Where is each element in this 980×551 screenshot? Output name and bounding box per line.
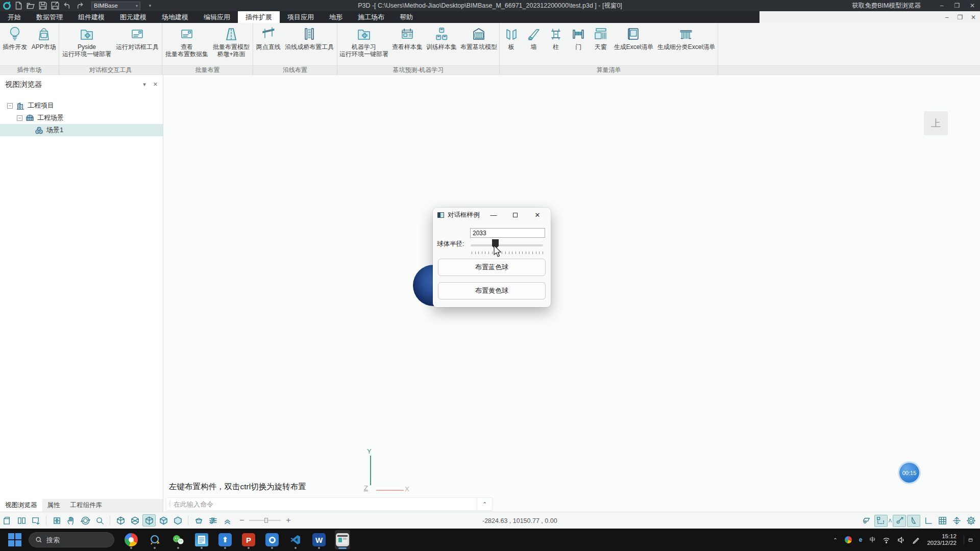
place-yellow-sphere-button[interactable]: 布置黄色球 <box>438 282 546 299</box>
wireframe-display-button[interactable] <box>114 514 127 527</box>
settings-gear-button[interactable] <box>964 515 977 527</box>
wall-button[interactable]: 墙 <box>523 25 545 65</box>
system-clock[interactable]: 15:12 2023/12/22 <box>927 533 957 546</box>
slab-button[interactable]: 板 <box>501 25 522 65</box>
panel-close-icon[interactable]: ✕ <box>153 81 158 88</box>
fit-extents-button[interactable] <box>50 514 63 527</box>
tray-expand-icon[interactable]: ⌃ <box>833 537 837 543</box>
tray-chrome-icon[interactable] <box>845 536 852 543</box>
shaded-edges-display-button[interactable] <box>157 514 170 527</box>
tab-project-apply[interactable]: 项目应用 <box>280 11 322 23</box>
orbit-button[interactable] <box>79 514 92 527</box>
tree-item-project[interactable]: − 工程项目 <box>0 99 163 112</box>
close-button[interactable]: ✕ <box>965 0 980 11</box>
taskbar-search[interactable] <box>29 532 114 547</box>
mdi-restore-button[interactable]: ❐ <box>953 11 967 23</box>
ime-indicator[interactable]: 中 <box>869 536 875 544</box>
tab-view-browser[interactable]: 视图浏览器 <box>0 499 42 512</box>
tab-edit-apply[interactable]: 编辑应用 <box>196 11 238 23</box>
taskbar-app-qq[interactable] <box>147 530 162 549</box>
nearest-snap-button[interactable] <box>907 515 920 527</box>
pen-icon[interactable] <box>912 536 920 544</box>
view-batch-dataset-button[interactable]: 查看 批量布置数据集 <box>164 25 210 65</box>
taskbar-app-p3d-active[interactable] <box>335 530 350 549</box>
shaded-display-button[interactable] <box>142 514 156 527</box>
new-window-button[interactable] <box>29 514 42 527</box>
taskbar-app-word[interactable]: W <box>311 530 327 549</box>
column-button[interactable]: 柱 <box>545 25 567 65</box>
rect-select-button[interactable] <box>874 515 888 527</box>
plugin-dev-button[interactable]: 插件开发 <box>1 25 29 65</box>
batch-model-pier-road-button[interactable]: 批量布置模型 桥墩+路面 <box>211 25 251 65</box>
realistic-display-button[interactable] <box>171 514 184 527</box>
start-button[interactable] <box>8 533 21 546</box>
tab-data-management[interactable]: 数据管理 <box>29 11 70 23</box>
section-display-button[interactable] <box>192 514 205 527</box>
tree-item-scene1[interactable]: 场景1 <box>0 124 163 136</box>
search-input[interactable] <box>46 536 97 544</box>
bridge-along-line-tool-button[interactable]: 沿线成桥布置工具 <box>283 25 335 65</box>
new-file-button[interactable] <box>14 2 23 10</box>
tab-home[interactable]: 开始 <box>0 11 29 23</box>
minimize-button[interactable]: – <box>934 0 949 11</box>
hidden-line-display-button[interactable] <box>128 514 141 527</box>
door-button[interactable]: 门 <box>568 25 589 65</box>
tab-component-modeling[interactable]: 组件建模 <box>70 11 112 23</box>
view-sample-set-button[interactable]: 查看样本集 <box>390 25 424 65</box>
tab-element-modeling[interactable]: 图元建模 <box>112 11 154 23</box>
taskbar-app-vscode[interactable] <box>288 530 303 549</box>
command-input[interactable] <box>174 500 477 508</box>
save-as-button[interactable] <box>51 2 60 10</box>
zoom-slider-thumb[interactable] <box>264 518 268 523</box>
tree-item-scene-group[interactable]: − 工程场景 <box>0 112 163 124</box>
toolbar-options-icon[interactable]: ▾ <box>145 2 155 10</box>
save-button[interactable] <box>38 2 47 10</box>
skylight-button[interactable]: 天窗 <box>590 25 611 65</box>
lasso-select-button[interactable] <box>860 515 873 527</box>
taskbar-app-bimbase[interactable] <box>264 530 280 549</box>
workspace-select[interactable]: BIMBase ▾ <box>91 2 140 10</box>
taskbar-app-chrome[interactable] <box>124 530 139 549</box>
tab-component-library[interactable]: 工程组件库 <box>65 499 108 512</box>
mdi-minimize-button[interactable]: – <box>940 11 953 23</box>
notification-center-icon[interactable] <box>964 535 973 544</box>
panel-collapse-icon[interactable]: ▾ <box>143 81 146 88</box>
tab-site-modeling[interactable]: 场地建模 <box>154 11 196 23</box>
zoom-in-button[interactable]: + <box>286 516 290 525</box>
timer-bubble[interactable]: 00:15 <box>899 463 919 483</box>
zoom-slider-track[interactable] <box>249 520 281 521</box>
generate-excel-list-button[interactable]: 安 生成Excel清单 <box>612 25 655 65</box>
run-dialog-tool-button[interactable]: 运行对话框工具 <box>114 25 160 65</box>
ml-deploy-button[interactable]: 机器学习 运行环境一键部署 <box>338 25 390 65</box>
zoom-out-button[interactable]: − <box>239 516 244 525</box>
mdi-close-button[interactable]: ✕ <box>967 11 980 23</box>
restore-button[interactable]: ❐ <box>949 0 965 11</box>
taskbar-app-wechat[interactable] <box>170 530 186 549</box>
undo-button[interactable] <box>63 2 72 10</box>
viewport-canvas[interactable]: 上 00:15 左键布置构件，双击ctrl切换为旋转布置 Y Z X ⋮⋮ ⌃ <box>164 75 980 512</box>
place-blue-sphere-button[interactable]: 布置蓝色球 <box>438 259 546 276</box>
tab-terrain[interactable]: 地形 <box>322 11 350 23</box>
tab-properties[interactable]: 属性 <box>42 499 65 512</box>
radius-slider-track[interactable] <box>471 244 543 246</box>
collapse-expander-icon[interactable]: − <box>17 115 22 121</box>
dynamic-move-button[interactable] <box>950 515 963 527</box>
grid-toggle-button[interactable] <box>936 515 949 527</box>
split-view-button[interactable] <box>15 514 28 527</box>
collapse-expander-icon[interactable]: − <box>7 103 13 109</box>
two-point-line-button[interactable]: 两点直线 <box>255 25 282 65</box>
wifi-icon[interactable] <box>883 536 890 544</box>
command-bar-collapse-icon[interactable]: ⌃ <box>477 498 492 510</box>
tab-help[interactable]: 帮助 <box>392 11 421 23</box>
redo-button[interactable] <box>75 2 84 10</box>
select-mode-chevron-icon[interactable]: ᐱ <box>889 518 892 523</box>
tab-construction-layout[interactable]: 施工场布 <box>350 11 392 23</box>
zoom-magnifier-button[interactable] <box>93 514 106 527</box>
tray-edge-icon[interactable]: e <box>859 536 863 543</box>
new-view-button[interactable] <box>1 514 14 527</box>
endpoint-snap-button[interactable] <box>893 515 906 527</box>
display-settings-button[interactable] <box>206 514 219 527</box>
taskbar-app-powerpoint[interactable]: P <box>241 530 256 549</box>
place-pit-model-button[interactable]: 布置基坑模型 <box>459 25 499 65</box>
dialog-maximize-button[interactable] <box>506 208 524 222</box>
